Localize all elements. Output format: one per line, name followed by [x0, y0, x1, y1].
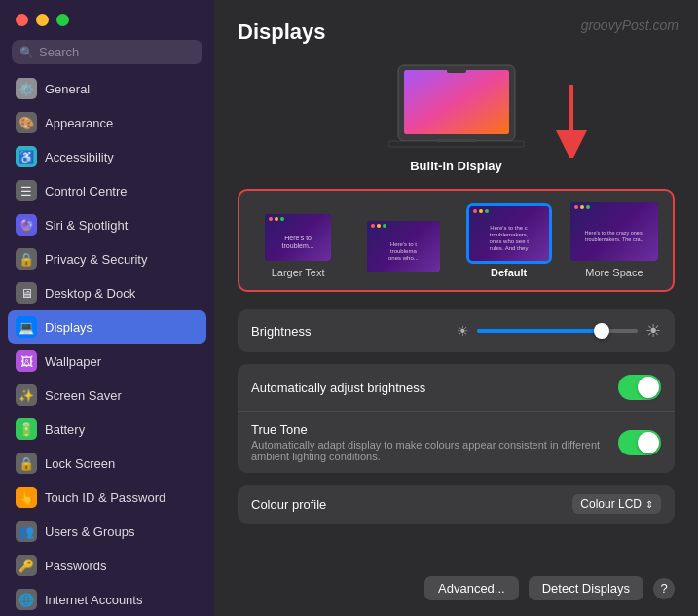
- display-settings-section: Automatically adjust brightness True Ton…: [238, 364, 675, 473]
- search-box[interactable]: 🔍: [12, 40, 202, 64]
- displays-label: Displays: [45, 320, 92, 335]
- wallpaper-icon: 🖼: [16, 350, 37, 372]
- sidebar-item-lockscreen[interactable]: 🔒Lock Screen: [8, 447, 206, 480]
- sidebar-item-control[interactable]: ☰Control Centre: [8, 174, 206, 207]
- sidebar-item-internet[interactable]: 🌐Internet Accounts: [8, 583, 206, 616]
- appearance-icon: 🎨: [16, 112, 37, 133]
- true-tone-toggle[interactable]: [618, 430, 661, 455]
- brightness-thumb[interactable]: [594, 323, 609, 339]
- traffic-lights: [0, 0, 214, 36]
- sun-bright-icon: ☀: [645, 320, 661, 342]
- macbook-illustration: [388, 60, 525, 153]
- lockscreen-icon: 🔒: [16, 453, 37, 474]
- sidebar-item-users[interactable]: 👥Users & Groups: [8, 515, 206, 548]
- sidebar-item-privacy[interactable]: 🔒Privacy & Security: [8, 242, 206, 275]
- search-icon: 🔍: [19, 46, 34, 59]
- sidebar: 🔍 ⚙️General🎨Appearance♿Accessibility☰Con…: [0, 0, 214, 616]
- brightness-row: Brightness ☀ ☀: [238, 309, 675, 352]
- users-label: Users & Groups: [45, 525, 134, 539]
- wallpaper-label: Wallpaper: [45, 354, 101, 369]
- sidebar-item-passwords[interactable]: 🔑Passwords: [8, 549, 206, 582]
- true-tone-row: True Tone Automatically adapt display to…: [238, 412, 675, 473]
- touchid-icon: 👆: [16, 487, 37, 508]
- minimize-button[interactable]: [36, 14, 49, 26]
- chevron-updown-icon: ⇕: [645, 499, 653, 510]
- svg-rect-2: [404, 70, 509, 134]
- advanced-button[interactable]: Advanced...: [424, 576, 519, 600]
- siri-icon: 🔮: [16, 214, 37, 236]
- resolution-option-0[interactable]: Here's to troublem...Larger Text: [251, 214, 345, 278]
- desktop-label: Desktop & Dock: [45, 286, 135, 301]
- sidebar-item-battery[interactable]: 🔋Battery: [8, 413, 206, 446]
- battery-label: Battery: [45, 422, 85, 437]
- close-button[interactable]: [16, 14, 28, 26]
- internet-label: Internet Accounts: [45, 593, 142, 607]
- control-label: Control Centre: [45, 184, 128, 199]
- control-icon: ☰: [16, 180, 37, 201]
- appearance-label: Appearance: [45, 116, 113, 130]
- sidebar-item-touchid[interactable]: 👆Touch ID & Password: [8, 481, 206, 514]
- res-preview-inner-2: Here's to the c troublemakers, ones who …: [469, 206, 549, 261]
- lockscreen-label: Lock Screen: [45, 456, 115, 471]
- search-input[interactable]: [39, 45, 195, 59]
- sidebar-item-displays[interactable]: 💻Displays: [8, 310, 206, 344]
- res-preview-2: Here's to the c troublemakers, ones who …: [469, 206, 549, 261]
- resolution-option-1[interactable]: Here's to t troublema ones who...: [356, 221, 450, 278]
- users-icon: 👥: [16, 521, 37, 542]
- accessibility-icon: ♿: [16, 146, 37, 167]
- true-tone-label: True Tone: [251, 422, 618, 437]
- brightness-section: Brightness ☀ ☀: [238, 309, 675, 352]
- brightness-control[interactable]: ☀ ☀: [457, 320, 662, 342]
- sidebar-items: ⚙️General🎨Appearance♿Accessibility☰Contr…: [0, 72, 214, 616]
- privacy-label: Privacy & Security: [45, 252, 147, 267]
- svg-rect-5: [437, 139, 476, 142]
- detect-displays-button[interactable]: Detect Displays: [529, 576, 643, 600]
- privacy-icon: 🔒: [16, 248, 37, 270]
- true-tone-toggle-knob: [638, 432, 659, 453]
- siri-label: Siri & Spotlight: [45, 218, 128, 233]
- help-button[interactable]: ?: [653, 578, 675, 599]
- res-preview-1: Here's to t troublema ones who...: [367, 221, 440, 272]
- res-preview-3: Here's to the crazy ones, troublemakers.…: [570, 202, 658, 261]
- res-label-0: Larger Text: [272, 267, 325, 278]
- bottom-buttons: Advanced... Detect Displays ?: [238, 568, 675, 600]
- sidebar-item-desktop[interactable]: 🖥Desktop & Dock: [8, 276, 206, 309]
- touchid-label: Touch ID & Password: [45, 490, 165, 505]
- res-preview-0: Here's to troublem...: [265, 214, 331, 261]
- display-preview: Built-in Display: [238, 60, 675, 173]
- res-label-2: Default: [491, 267, 527, 278]
- colour-profile-select[interactable]: Colour LCD ⇕: [572, 494, 661, 514]
- maximize-button[interactable]: [56, 14, 69, 26]
- auto-brightness-toggle[interactable]: [618, 375, 661, 400]
- sidebar-item-screensaver[interactable]: ✨Screen Saver: [8, 379, 206, 412]
- resolution-option-3[interactable]: Here's to the crazy ones, troublemakers.…: [568, 202, 661, 278]
- svg-rect-3: [447, 68, 466, 73]
- general-label: General: [45, 82, 90, 96]
- passwords-icon: 🔑: [16, 555, 37, 576]
- general-icon: ⚙️: [16, 78, 37, 99]
- resolution-option-2[interactable]: Here's to the c troublemakers, ones who …: [462, 206, 556, 278]
- sidebar-item-appearance[interactable]: 🎨Appearance: [8, 106, 206, 139]
- sidebar-item-siri[interactable]: 🔮Siri & Spotlight: [8, 208, 206, 241]
- auto-brightness-label: Automatically adjust brightness: [251, 380, 618, 395]
- watermark: groovyPost.com: [581, 18, 679, 33]
- sidebar-item-wallpaper[interactable]: 🖼Wallpaper: [8, 344, 206, 378]
- brightness-slider[interactable]: [477, 329, 639, 333]
- brightness-fill: [477, 329, 598, 333]
- main-content: groovyPost.com Displays Bui: [214, 0, 698, 616]
- battery-icon: 🔋: [16, 418, 37, 440]
- auto-brightness-row: Automatically adjust brightness: [238, 364, 675, 412]
- res-preview-inner-1: Here's to t troublema ones who...: [367, 221, 440, 272]
- res-preview-inner-3: Here's to the crazy ones, troublemakers.…: [570, 202, 658, 261]
- resolution-options: Here's to troublem...Larger TextHere's t…: [238, 189, 675, 292]
- toggle-knob: [638, 377, 659, 398]
- sidebar-item-general[interactable]: ⚙️General: [8, 72, 206, 105]
- sun-dim-icon: ☀: [457, 323, 469, 339]
- internet-icon: 🌐: [16, 589, 37, 610]
- display-label: Built-in Display: [410, 159, 502, 173]
- colour-profile-label: Colour profile: [251, 497, 572, 512]
- sidebar-item-accessibility[interactable]: ♿Accessibility: [8, 140, 206, 173]
- passwords-label: Passwords: [45, 559, 107, 573]
- brightness-label: Brightness: [251, 324, 457, 339]
- colour-profile-row: Colour profile Colour LCD ⇕: [238, 485, 675, 524]
